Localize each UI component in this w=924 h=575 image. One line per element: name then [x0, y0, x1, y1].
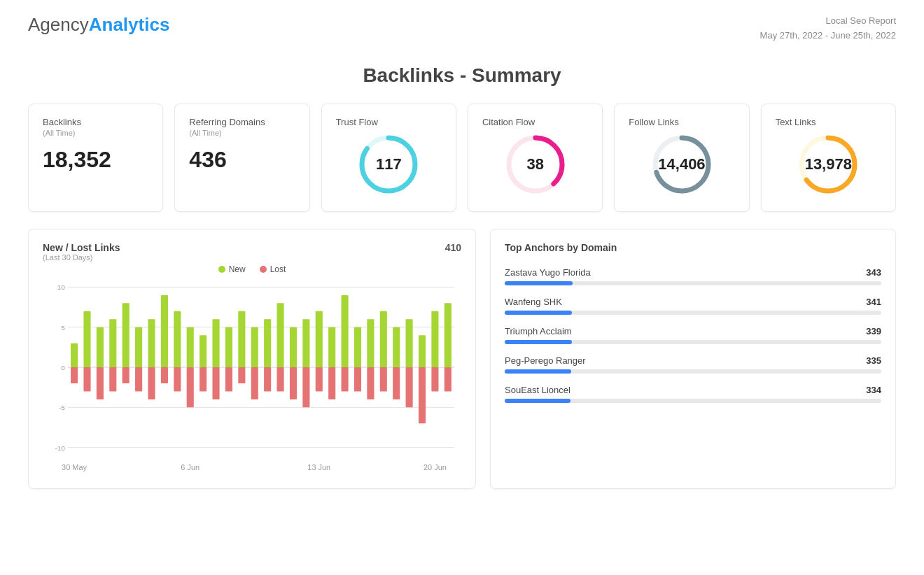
svg-text:5: 5: [61, 323, 65, 331]
metric-circle-container: 38: [482, 133, 588, 196]
svg-rect-64: [367, 319, 374, 367]
chart-legend: New Lost: [43, 264, 461, 274]
svg-rect-38: [200, 335, 206, 367]
legend-lost-dot: [260, 266, 267, 273]
anchor-bar-fill: [505, 281, 573, 285]
anchor-count: 341: [866, 297, 881, 307]
legend-lost: Lost: [260, 264, 286, 274]
anchor-bar-bg: [505, 311, 881, 315]
anchors-list: Zastava Yugo Florida 343 Wanfeng SHK 341…: [505, 267, 881, 403]
svg-rect-40: [212, 319, 219, 367]
circle-wrap: 13,978: [797, 133, 860, 196]
anchor-name: SouEast Lioncel: [505, 385, 570, 395]
svg-rect-77: [444, 367, 451, 391]
circle-wrap: 14,406: [650, 133, 713, 196]
metric-label: Referring Domains: [189, 117, 295, 127]
svg-rect-70: [406, 319, 413, 367]
svg-rect-28: [135, 327, 142, 367]
svg-text:6 Jun: 6 Jun: [181, 462, 200, 471]
metric-card-backlinks: Backlinks (All Time) 18,352: [28, 104, 163, 212]
page-title: Backlinks - Summary: [28, 64, 896, 87]
metric-label: Text Links: [776, 117, 881, 127]
svg-rect-47: [251, 367, 258, 399]
svg-text:20 Jun: 20 Jun: [424, 462, 447, 471]
chart-title: New / Lost Links: [43, 242, 120, 253]
svg-rect-35: [174, 367, 181, 391]
svg-rect-19: [71, 367, 78, 383]
svg-rect-57: [316, 367, 323, 391]
svg-rect-23: [97, 367, 104, 399]
svg-rect-71: [406, 367, 413, 407]
svg-rect-63: [354, 367, 361, 391]
bar-chart-svg: -10-5051030 May6 Jun13 Jun20 Jun: [43, 280, 461, 476]
metric-circle-container: 14,406: [629, 133, 734, 196]
svg-rect-49: [264, 367, 271, 391]
svg-rect-32: [161, 294, 168, 367]
bottom-row: New / Lost Links (Last 30 Days) 410 New …: [28, 229, 896, 489]
metric-sublabel: (All Time): [43, 129, 148, 137]
metric-label: Citation Flow: [482, 117, 588, 127]
svg-rect-58: [328, 327, 335, 367]
anchor-row: Wanfeng SHK 341: [505, 297, 881, 307]
chart-subtitle: (Last 30 Days): [43, 253, 120, 262]
date-range: May 27th, 2022 - June 25th, 2022: [760, 29, 896, 43]
svg-rect-20: [83, 311, 90, 367]
svg-rect-36: [187, 327, 194, 367]
svg-text:10: 10: [57, 283, 66, 291]
svg-rect-29: [135, 367, 142, 391]
svg-rect-27: [122, 367, 130, 383]
anchors-card: Top Anchors by Domain Zastava Yugo Flori…: [490, 229, 896, 489]
anchor-name: Zastava Yugo Florida: [505, 267, 591, 278]
circle-wrap: 38: [504, 133, 567, 196]
anchor-bar-bg: [505, 340, 881, 344]
metric-card-trust-flow: Trust Flow 117: [321, 104, 456, 212]
anchor-bar-fill: [505, 340, 572, 344]
svg-text:-10: -10: [55, 443, 66, 451]
chart-title-block: New / Lost Links (Last 30 Days): [43, 242, 120, 262]
anchor-item: Triumph Acclaim 339: [505, 326, 881, 344]
svg-rect-74: [431, 311, 438, 367]
svg-rect-50: [277, 303, 284, 367]
anchor-row: SouEast Lioncel 334: [505, 385, 881, 395]
anchor-count: 339: [866, 326, 881, 336]
svg-rect-73: [419, 367, 426, 423]
anchor-item: Zastava Yugo Florida 343: [505, 267, 881, 285]
svg-rect-42: [225, 327, 232, 367]
svg-rect-39: [200, 367, 206, 391]
anchor-row: Peg-Perego Ranger 335: [505, 355, 881, 366]
svg-rect-31: [148, 367, 155, 399]
header: AgencyAnalytics Local Seo Report May 27t…: [28, 14, 896, 50]
chart-total: 410: [445, 242, 461, 253]
legend-new-dot: [218, 266, 225, 273]
svg-rect-62: [354, 327, 361, 367]
svg-rect-72: [419, 335, 426, 367]
svg-rect-67: [380, 367, 387, 391]
anchors-title: Top Anchors by Domain: [505, 242, 881, 253]
svg-rect-55: [302, 367, 309, 407]
metric-circle-container: 13,978: [776, 133, 881, 196]
svg-text:13 Jun: 13 Jun: [307, 462, 330, 471]
svg-rect-45: [238, 367, 245, 383]
anchor-item: Wanfeng SHK 341: [505, 297, 881, 315]
svg-rect-52: [290, 327, 297, 367]
svg-rect-41: [212, 367, 219, 399]
anchor-bar-fill: [505, 369, 571, 374]
anchor-bar-bg: [505, 281, 881, 285]
circle-value: 13,978: [805, 155, 852, 173]
svg-rect-51: [277, 367, 284, 391]
svg-rect-34: [174, 311, 181, 367]
svg-rect-33: [161, 367, 168, 383]
svg-rect-75: [431, 367, 438, 391]
metric-value: 436: [189, 147, 295, 173]
metric-card-citation-flow: Citation Flow 38: [468, 104, 603, 212]
logo: AgencyAnalytics: [28, 14, 169, 36]
new-lost-links-card: New / Lost Links (Last 30 Days) 410 New …: [28, 229, 476, 489]
svg-rect-44: [238, 311, 245, 367]
svg-rect-24: [109, 319, 116, 367]
svg-rect-59: [328, 367, 335, 399]
metric-label: Trust Flow: [336, 117, 442, 127]
anchor-count: 343: [866, 267, 881, 278]
anchor-count: 335: [866, 355, 881, 366]
svg-text:-5: -5: [59, 404, 65, 411]
metric-circle-container: 117: [336, 133, 442, 196]
